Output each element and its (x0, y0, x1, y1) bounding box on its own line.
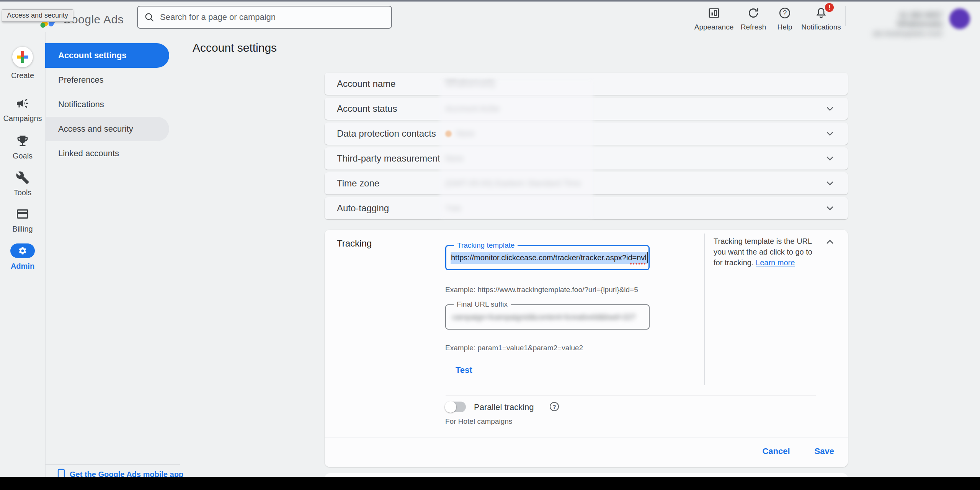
settings-side-nav: Account settings Preferences Notificatio… (45, 43, 169, 166)
blurred-value: Nore (445, 154, 464, 163)
rail-item-create[interactable]: Create (0, 47, 45, 80)
chevron-down-icon[interactable] (824, 203, 836, 214)
parallel-tracking-sublabel: For Hotel campaigns (445, 417, 512, 426)
sidebar-item-account-settings[interactable]: Account settings (45, 43, 169, 68)
screen-letterbox (0, 477, 980, 490)
text-caret (647, 252, 648, 263)
row-account-name[interactable]: Account name Whakwnvarly (325, 73, 848, 95)
goals-trophy-icon (16, 134, 29, 148)
tools-wrench-icon (16, 171, 29, 185)
tracking-section-label: Tracking (337, 238, 372, 249)
page-title: Account settings (193, 41, 277, 54)
blurred-value: Nore (456, 129, 475, 139)
settings-rows: Account name Whakwnvarly Account status … (325, 73, 848, 222)
row-time-zone[interactable]: Time zone (GMT-05:00) Easlwm Slandard Ti… (325, 172, 848, 194)
spellcheck-squiggle (630, 263, 645, 265)
campaigns-icon (16, 96, 29, 110)
svg-text:?: ? (783, 9, 787, 17)
chevron-down-icon[interactable] (824, 128, 836, 139)
status-dot-orange (445, 131, 452, 137)
parallel-divider (446, 395, 816, 395)
billing-card-icon (16, 207, 29, 221)
refresh-icon (747, 7, 760, 20)
sidebar-item-access-security[interactable]: Access and security (45, 117, 169, 141)
row-account-status[interactable]: Account status Accmunt Acliw (325, 98, 848, 120)
rail-item-admin[interactable]: Admin (0, 243, 45, 271)
sidebar-footer-divider (45, 464, 180, 465)
appearance-icon (707, 7, 720, 20)
help-icon: ? (778, 7, 791, 20)
learn-more-link[interactable]: Learn more (756, 258, 795, 267)
account-email-blurred: abc.ltowlesgsbahc.mom (854, 30, 942, 38)
help-panel-divider (704, 234, 705, 385)
search-icon (144, 12, 155, 23)
save-button[interactable]: Save (815, 446, 834, 456)
blurred-value: (GMT-05:00) Easlwm Slandard Tims (445, 178, 581, 188)
search-input[interactable] (160, 12, 385, 22)
suffix-example-text: Example: param1=value1&param2=value2 (445, 344, 583, 352)
global-search[interactable] (137, 6, 392, 29)
tracking-card: Tracking Tracking template https://monit… (325, 230, 848, 467)
blurred-value: Yws (445, 203, 461, 213)
rail-item-billing[interactable]: Billing (0, 207, 45, 234)
blurred-value: Whakwnvarly (445, 79, 495, 89)
sidebar-item-preferences[interactable]: Preferences (45, 68, 169, 92)
row-auto-tagging[interactable]: Auto-tagging Yws (325, 197, 848, 219)
appearance-button[interactable]: Appearance (693, 5, 735, 31)
chevron-down-icon[interactable] (824, 103, 836, 114)
parallel-tracking-label: Parallel tracking (474, 402, 534, 412)
parallel-tracking-toggle[interactable] (445, 402, 466, 412)
admin-gear-icon (10, 243, 35, 258)
cancel-button[interactable]: Cancel (762, 446, 790, 456)
rail-item-tools[interactable]: Tools (0, 171, 45, 197)
chevron-up-icon[interactable] (824, 236, 836, 248)
rail-item-campaigns[interactable]: Campaigns (0, 96, 45, 123)
notification-badge: ! (824, 2, 835, 13)
template-example-text: Example: https://www.trackingtemplate.fo… (445, 286, 638, 294)
chevron-down-icon[interactable] (824, 178, 836, 189)
help-circle-icon[interactable]: ? (550, 402, 559, 411)
blurred-value: campaign=lcampaignid&content=lcreativeld… (452, 305, 636, 329)
final-url-suffix-input[interactable]: Final URL suffix campaign=lcampaignid&co… (445, 304, 650, 330)
tracking-template-input[interactable]: Tracking template https://monitor.clickc… (445, 245, 650, 270)
window-top-edge (0, 0, 980, 2)
row-data-protection-contacts[interactable]: Data protection contacts Nore (325, 122, 848, 145)
avatar[interactable] (949, 8, 970, 29)
account-info[interactable]: 41-382-9057 Whakwnvarly abc.ltowlesgsbah… (854, 11, 942, 38)
create-plus-icon (12, 47, 33, 67)
blurred-value: Accmunt Acliw (445, 104, 500, 114)
toggle-knob (445, 401, 456, 413)
topbar-divider (845, 6, 846, 26)
account-id-blurred: 41-382-9057 Whakwnvarly (854, 11, 942, 28)
card-footer-divider (325, 438, 848, 438)
notifications-button[interactable]: ! Notifications (796, 5, 846, 31)
sidebar-item-linked-accounts[interactable]: Linked accounts (45, 141, 169, 166)
test-button[interactable]: Test (456, 365, 472, 375)
rail-item-goals[interactable]: Goals (0, 134, 45, 160)
tracking-help-text: Tracking template is the URL you want th… (714, 236, 815, 268)
selected-text: https://monitor.clickcease.com/tracker/t… (451, 252, 647, 264)
tooltip: Access and security (2, 9, 73, 22)
row-third-party-measurement[interactable]: Third-party measurement Nore (325, 147, 848, 170)
chevron-down-icon[interactable] (824, 153, 836, 164)
sidebar-item-notifications[interactable]: Notifications (45, 92, 169, 117)
